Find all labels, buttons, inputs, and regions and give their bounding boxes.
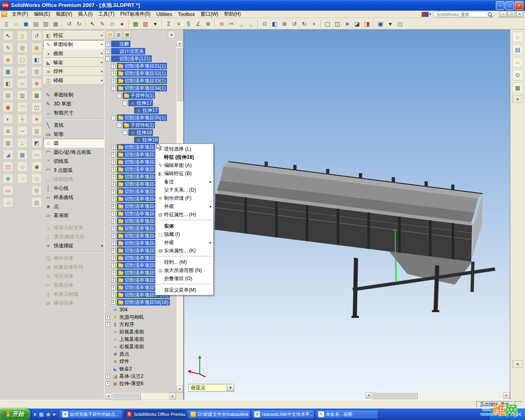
tree-item[interactable]: 注解 <box>105 40 176 48</box>
scroll-left-icon[interactable]: ◄ <box>105 393 112 399</box>
tree-item[interactable]: 切割清单项目32(1) <box>105 70 176 77</box>
sketch-tool-button[interactable]: ⇉ 转换实体引用 <box>43 262 104 272</box>
chevron-down-icon[interactable]: ▾ <box>101 52 103 55</box>
left-toolbar-icon[interactable]: ▣ <box>32 43 42 52</box>
helix-icon[interactable]: § <box>184 19 193 28</box>
sketch-tool-button[interactable]: ▭ 矩形 <box>43 130 104 139</box>
context-menu-item[interactable]: 制作焊缝 (F) <box>155 194 213 202</box>
expand-toggle-icon[interactable] <box>111 256 116 260</box>
chevron-down-icon[interactable]: ▾ <box>101 43 103 46</box>
taskbar-task[interactable]: D:\新建文件夹\habasitlink <box>188 410 250 419</box>
tree-item[interactable]: 拉伸17 <box>105 107 176 114</box>
left-toolbar-icon[interactable]: ◩ <box>32 138 42 148</box>
doc-minimize-button[interactable]: ─ <box>500 11 507 17</box>
scrollbar-thumb[interactable] <box>112 393 140 399</box>
menu-item[interactable]: Utilities <box>153 11 175 18</box>
tree-item[interactable]: 子焊件5(1) <box>105 92 176 99</box>
sketch-tool-button[interactable]: ╲ 直线 <box>43 121 104 130</box>
trim-icon[interactable]: ✂ <box>227 19 236 28</box>
left-toolbar-icon[interactable]: ▯ <box>17 31 27 41</box>
sketch-tool-button[interactable]: ↔ 智能尺寸 <box>43 108 104 117</box>
search-icon[interactable] <box>487 12 492 17</box>
model-3d-view[interactable] <box>184 30 510 400</box>
standard-views-icon[interactable]: ▾ <box>386 19 395 28</box>
left-toolbar-icon[interactable]: ✎ <box>3 43 13 52</box>
scrollbar-thumb[interactable] <box>176 47 183 100</box>
sketch-tool-button[interactable]: ◫ 镜向实体 <box>43 253 104 262</box>
left-toolbar-icon[interactable]: ◆ <box>3 55 13 64</box>
tree-item[interactable]: 拉伸18 <box>105 129 176 136</box>
expand-toggle-icon[interactable] <box>111 278 116 283</box>
doc-close-button[interactable]: × <box>516 11 523 17</box>
left-toolbar-icon[interactable]: ◫ <box>3 162 13 171</box>
tree-item[interactable]: 拉伸17 <box>105 99 176 107</box>
context-menu-item[interactable]: 特征属性... (H) <box>155 210 213 219</box>
left-toolbar-icon[interactable]: ▦ <box>3 66 13 76</box>
sketch-tool-button[interactable]: ◝ 切线弧 <box>43 157 104 166</box>
expand-toggle-icon[interactable] <box>111 71 116 76</box>
previous-view-icon[interactable]: ↺ <box>290 19 299 28</box>
expand-toggle-icon[interactable] <box>111 226 116 231</box>
expand-toggle-icon[interactable] <box>111 167 116 172</box>
zoom-fit-icon[interactable]: ⊙ <box>260 19 269 28</box>
tree-item[interactable]: 上视基准面 <box>105 336 176 343</box>
chevron-down-icon[interactable]: ▾ <box>101 61 103 64</box>
expand-toggle-icon[interactable] <box>105 57 110 61</box>
left-toolbar-icon[interactable]: ◧ <box>32 55 42 64</box>
left-toolbar-icon[interactable]: ▢ <box>17 55 27 64</box>
left-toolbar-icon[interactable]: ⊙ <box>3 126 13 136</box>
tree-item[interactable]: 设计活页夹 <box>105 48 176 55</box>
chevron-down-icon[interactable]: ▾ <box>101 70 103 73</box>
taskbar-task[interactable]: 未命名 - 画图 <box>316 410 378 419</box>
left-toolbar-icon[interactable]: ▦ <box>17 150 27 160</box>
zoom-area-icon[interactable]: ◧ <box>270 19 279 28</box>
tree-item[interactable]: 切割清单项目31(1) <box>105 62 176 70</box>
expand-toggle-icon[interactable] <box>123 130 127 135</box>
pan-icon[interactable]: + <box>309 19 319 28</box>
bom-table-icon[interactable]: ▥ <box>141 19 150 28</box>
sketch-tool-button[interactable]: ✎ 草图绘制 <box>43 90 104 99</box>
sketch-tool-button[interactable]: ▱ 基准面 <box>43 211 104 220</box>
tree-item[interactable]: 切割清单(121) <box>105 55 176 62</box>
tree-item[interactable]: 切割清单项目35(1) <box>105 114 176 121</box>
expand-toggle-icon[interactable] <box>117 123 121 128</box>
media-player-icon[interactable]: ◉ <box>46 411 50 417</box>
expand-toggle-icon[interactable] <box>111 145 116 150</box>
left-toolbar-icon[interactable]: ⊥ <box>17 138 27 148</box>
weld-bead-icon[interactable]: ≋ <box>217 19 226 28</box>
context-menu-item[interactable]: 编辑草图 (A) <box>155 161 213 169</box>
tree-item[interactable]: 切割清单项目34(1) <box>105 84 176 92</box>
left-toolbar-icon[interactable]: ▭ <box>32 150 42 160</box>
left-toolbar-icon[interactable]: ▣ <box>3 102 13 112</box>
tree-item[interactable]: 切割清单项目58(16) <box>105 299 176 306</box>
expand-toggle-icon[interactable] <box>111 160 116 164</box>
sketch-tool-button[interactable]: ∼ 样条曲线 <box>43 193 104 202</box>
expand-toggle-icon[interactable] <box>105 381 110 386</box>
scrollbar-thumb[interactable] <box>372 392 417 399</box>
reference-geometry-icon[interactable]: ◇ <box>107 19 117 28</box>
sketch-tool-button[interactable]: ⊥ 显示/删除几何... <box>43 232 104 241</box>
left-toolbar-icon[interactable]: ↖ <box>3 31 13 41</box>
context-menu-item[interactable]: 外观 ▸ <box>155 238 213 247</box>
tree-item[interactable]: 焊件 <box>105 358 176 365</box>
sketch-tool-button[interactable]: ┼ 构造几何线 <box>43 290 104 299</box>
section-view-icon[interactable]: ◨ <box>362 19 372 28</box>
scroll-left-icon[interactable]: ◄ <box>365 392 372 399</box>
context-menu-item[interactable]: 逆转选择 (L) <box>155 145 213 153</box>
chevron-down-icon[interactable]: ▾ <box>429 12 431 16</box>
menu-item[interactable]: 编辑(E) <box>31 10 53 18</box>
print-icon[interactable]: ▦ <box>51 19 60 28</box>
left-toolbar-icon[interactable]: ◐ <box>3 114 13 124</box>
maximize-button[interactable]: □ <box>505 1 514 10</box>
left-toolbar-icon[interactable]: ▱ <box>17 78 27 88</box>
zoom-in-out-icon[interactable]: ⊕ <box>280 19 289 28</box>
internet-explorer-icon[interactable]: e <box>34 411 37 417</box>
viewport-horizontal-scrollbar[interactable]: ◄ ► <box>365 392 510 399</box>
command-tab[interactable]: ◧ 特征 ▾ <box>43 31 104 40</box>
sketch-tool-button[interactable]: ∗ 点 <box>43 202 104 211</box>
make-drawing-icon[interactable]: ▤ <box>31 19 41 28</box>
panel-expand-button[interactable]: » <box>168 31 175 38</box>
color-swatch-icon[interactable]: ● <box>117 19 127 28</box>
context-menu-item[interactable]: 隐藏 (I) <box>155 230 213 238</box>
sketch-tool-button[interactable]: ⊥ 添加几何关系 <box>43 223 104 232</box>
